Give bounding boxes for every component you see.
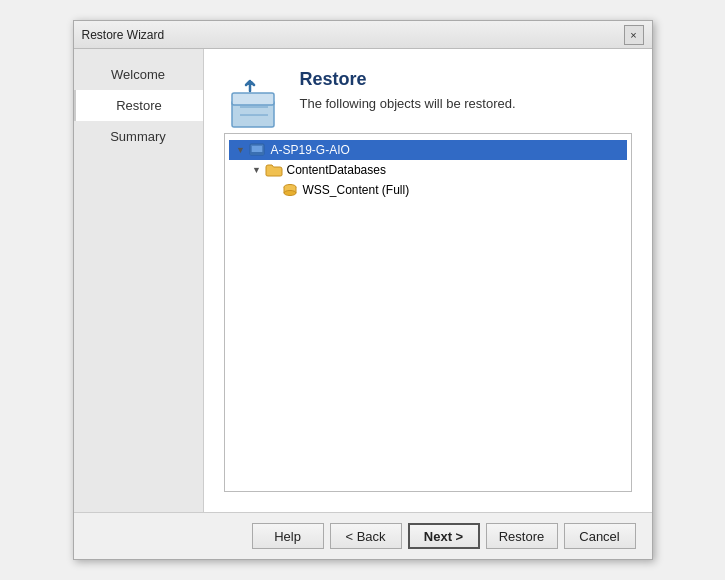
header-area: Restore The following objects will be re… (224, 69, 632, 133)
tree-toggle-server[interactable]: ▼ (233, 142, 249, 158)
restore-wizard-window: Restore Wizard × Welcome Restore Summary (73, 20, 653, 560)
content-area: Welcome Restore Summary (74, 49, 652, 512)
tree-node-wss-content[interactable]: ▶ WSS_Content (Full) (229, 180, 627, 200)
folder-icon (265, 162, 283, 178)
restore-wizard-icon (224, 73, 284, 133)
header-content: Restore The following objects will be re… (284, 69, 632, 127)
svg-rect-6 (250, 152, 264, 155)
tree-node-contentdb-folder[interactable]: ▼ ContentDatabases (229, 160, 627, 180)
panel-title: Restore (300, 69, 632, 90)
tree-container[interactable]: ▼ A-SP19-G-AIO ▼ (224, 133, 632, 492)
tree-label-wss-content: WSS_Content (Full) (303, 183, 410, 197)
panel-subtitle: The following objects will be restored. (300, 96, 632, 111)
sidebar-item-summary[interactable]: Summary (74, 121, 203, 152)
svg-rect-5 (252, 146, 262, 153)
tree-toggle-contentdb[interactable]: ▼ (249, 162, 265, 178)
next-button[interactable]: Next > (408, 523, 480, 549)
tree-node-server[interactable]: ▼ A-SP19-G-AIO (229, 140, 627, 160)
close-button[interactable]: × (624, 25, 644, 45)
window-title: Restore Wizard (82, 28, 165, 42)
tree-label-server: A-SP19-G-AIO (271, 143, 350, 157)
title-bar: Restore Wizard × (74, 21, 652, 49)
footer: Help < Back Next > Restore Cancel (74, 512, 652, 559)
server-icon (249, 142, 267, 158)
back-button[interactable]: < Back (330, 523, 402, 549)
main-panel: Restore The following objects will be re… (204, 49, 652, 512)
tree-label-contentdb-folder: ContentDatabases (287, 163, 386, 177)
svg-rect-1 (232, 93, 274, 105)
help-button[interactable]: Help (252, 523, 324, 549)
sidebar-item-welcome[interactable]: Welcome (74, 59, 203, 90)
restore-button[interactable]: Restore (486, 523, 558, 549)
svg-point-9 (284, 191, 296, 196)
cancel-button[interactable]: Cancel (564, 523, 636, 549)
sidebar-item-restore[interactable]: Restore (74, 90, 203, 121)
database-icon (281, 182, 299, 198)
sidebar: Welcome Restore Summary (74, 49, 204, 512)
